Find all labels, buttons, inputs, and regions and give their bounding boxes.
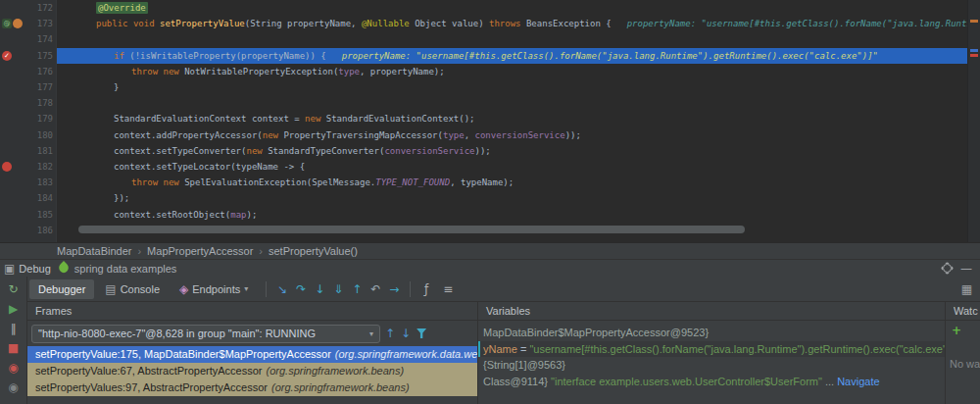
code-editor[interactable]: 172@Override@173public void setPropertyV… bbox=[0, 0, 980, 242]
vertical-scrollbar[interactable] bbox=[967, 0, 980, 242]
show-execution-point-icon[interactable]: ↘ bbox=[273, 280, 291, 298]
rerun-icon-glyph: ↻ bbox=[8, 282, 18, 296]
drop-frame-icon[interactable]: ↶ bbox=[367, 280, 384, 298]
frames-list: setPropertyValue:175, MapDataBinder$MapP… bbox=[27, 346, 477, 396]
thread-selector[interactable]: "http-nio-8080-exec-7"@8,628 in group "m… bbox=[31, 325, 380, 343]
line-number: 172 bbox=[27, 3, 56, 13]
line-number: 184 bbox=[27, 193, 56, 203]
separator bbox=[266, 281, 267, 297]
debug-session-name: spring data examples bbox=[74, 263, 177, 275]
variable-row[interactable]: MapDataBinder$MapPropertyAccessor@9523} bbox=[478, 325, 945, 341]
code-token: PropertyTraversingMapAccessor( bbox=[283, 130, 443, 140]
code-text: StandardEvaluationContext context = new … bbox=[57, 111, 980, 126]
variable-row[interactable]: {String[1]@9563} bbox=[478, 357, 945, 374]
debug-tabs: Debugger▤Console◈Endpoints▾ bbox=[29, 278, 259, 300]
line-number: 179 bbox=[27, 114, 56, 124]
next-frame-icon[interactable]: ↓ bbox=[401, 327, 411, 340]
step-buttons: ↘↷↓⇓↑↶→ bbox=[273, 280, 403, 298]
pause-icon[interactable]: ∥ bbox=[5, 320, 23, 337]
editor-gutter: 183 bbox=[0, 175, 57, 190]
annotation-icon[interactable]: @ bbox=[2, 19, 12, 28]
settings-gear-icon[interactable] bbox=[943, 264, 952, 273]
navigate-link[interactable]: Navigate bbox=[837, 376, 879, 387]
mute-breakpoints-icon[interactable]: ◉ bbox=[5, 379, 23, 396]
line-number: 180 bbox=[27, 130, 56, 140]
breadcrumb-item[interactable]: setPropertyValue() bbox=[269, 245, 358, 257]
scrollbar-execution-mark bbox=[970, 49, 978, 52]
variables-title: Variables bbox=[486, 305, 530, 317]
editor-gutter: 176 bbox=[0, 64, 57, 79]
code-line: 178 bbox=[0, 95, 980, 111]
tab-debugger[interactable]: Debugger bbox=[29, 279, 94, 299]
run-to-cursor-icon[interactable]: → bbox=[385, 280, 403, 298]
frame-row[interactable]: setPropertyValue:67, AbstractPropertyAcc… bbox=[27, 363, 477, 379]
breadcrumb-item[interactable]: MapPropertyAccessor bbox=[147, 245, 253, 257]
line-number: 175 bbox=[27, 51, 56, 61]
get-thread-dump-icon-glyph: ≡ bbox=[443, 282, 453, 296]
code-text bbox=[57, 95, 980, 111]
editor-lines[interactable]: 172@Override@173public void setPropertyV… bbox=[0, 0, 980, 242]
evaluate-expression-icon[interactable]: ƒ bbox=[417, 280, 435, 298]
spring-leaf-icon bbox=[57, 260, 71, 274]
tab-endpoints[interactable]: ◈Endpoints▾ bbox=[171, 278, 257, 300]
stop-icon-glyph: ■ bbox=[8, 341, 19, 355]
breadcrumb-item[interactable]: MapDataBinder bbox=[57, 245, 131, 257]
breakpoint-icon[interactable] bbox=[2, 162, 12, 172]
stop-icon[interactable]: ■ bbox=[5, 339, 23, 357]
tab-label: Endpoints bbox=[192, 283, 240, 295]
add-watch-button[interactable]: + bbox=[946, 321, 980, 336]
code-line: 172@Override bbox=[0, 0, 980, 16]
code-text: throw new SpelEvaluationException(SpelMe… bbox=[57, 175, 980, 190]
rerun-icon[interactable]: ↻ bbox=[5, 280, 23, 298]
code-token: context.addPropertyAccessor( bbox=[114, 130, 263, 140]
restore-layout-icon[interactable]: ▦ bbox=[961, 282, 972, 296]
hide-library-frames-icon[interactable] bbox=[416, 328, 426, 338]
debug-left-toolbar: ↻▶∥■◉◉ bbox=[0, 277, 27, 404]
code-token: throw new bbox=[131, 177, 184, 187]
frame-row[interactable]: setPropertyValue:175, MapDataBinder$MapP… bbox=[27, 346, 477, 363]
force-step-into-icon[interactable]: ⇓ bbox=[329, 280, 347, 298]
step-out-icon-glyph: ↑ bbox=[352, 282, 362, 296]
variable-row[interactable]: Class@9114} "interface example.users.web… bbox=[478, 374, 945, 390]
editor-gutter: ✓175 bbox=[0, 48, 57, 64]
resume-icon[interactable]: ▶ bbox=[5, 300, 23, 318]
step-out-icon[interactable]: ↑ bbox=[348, 280, 366, 298]
step-over-icon[interactable]: ↷ bbox=[292, 280, 310, 298]
variable-text: ... bbox=[822, 376, 837, 387]
code-text: context.setTypeConverter(new StandardTyp… bbox=[57, 143, 980, 159]
frame-row[interactable]: setPropertyValues:97, AbstractPropertyAc… bbox=[27, 379, 477, 396]
frame-location: setPropertyValue:67, AbstractPropertyAcc… bbox=[35, 365, 263, 377]
debug-window-title: Debug bbox=[19, 263, 50, 275]
horizontal-scrollbar[interactable] bbox=[78, 226, 745, 233]
editor-gutter: 185 bbox=[0, 206, 57, 222]
code-token: conversionService bbox=[475, 130, 565, 140]
editor-gutter: 177 bbox=[0, 79, 57, 95]
gutter-icons: @ bbox=[0, 19, 27, 28]
code-token: new bbox=[263, 130, 284, 140]
tab-console[interactable]: ▤Console bbox=[96, 278, 169, 300]
step-into-icon[interactable]: ↓ bbox=[311, 280, 328, 298]
code-token: context.setTypeConverter( bbox=[114, 146, 246, 156]
code-line: 177} bbox=[0, 79, 980, 95]
variable-text: "username[#this.getClass().forName("java… bbox=[529, 343, 945, 355]
thread-selector-value: "http-nio-8080-exec-7"@8,628 in group "m… bbox=[38, 328, 316, 339]
code-token: if bbox=[114, 51, 129, 61]
prev-frame-icon[interactable]: ↑ bbox=[385, 327, 395, 340]
breakpoint-verified-icon[interactable]: ✓ bbox=[2, 51, 12, 61]
mute-breakpoints-icon-glyph: ◉ bbox=[8, 380, 18, 394]
marker-dot-icon[interactable] bbox=[13, 19, 23, 28]
code-token: , bbox=[465, 130, 475, 140]
frames-toolbar: ↑↓ bbox=[385, 327, 426, 340]
code-token: StandardTypeConverter( bbox=[268, 146, 384, 156]
line-number: 181 bbox=[27, 146, 56, 156]
code-token: throw new bbox=[131, 67, 184, 76]
hide-window-icon[interactable]: — bbox=[960, 262, 972, 276]
get-thread-dump-icon[interactable]: ≡ bbox=[439, 280, 457, 298]
code-token: context.setRootObject( bbox=[114, 210, 230, 220]
line-number: 178 bbox=[27, 98, 56, 108]
variable-row[interactable]: yName = "username[#this.getClass().forNa… bbox=[478, 341, 945, 358]
code-line: 179StandardEvaluationContext context = n… bbox=[0, 111, 980, 126]
view-breakpoints-icon[interactable]: ◉ bbox=[5, 359, 23, 377]
toolbar-right-actions: ▦ bbox=[961, 282, 980, 296]
code-token: TYPE_NOT_FOUND bbox=[375, 177, 450, 187]
